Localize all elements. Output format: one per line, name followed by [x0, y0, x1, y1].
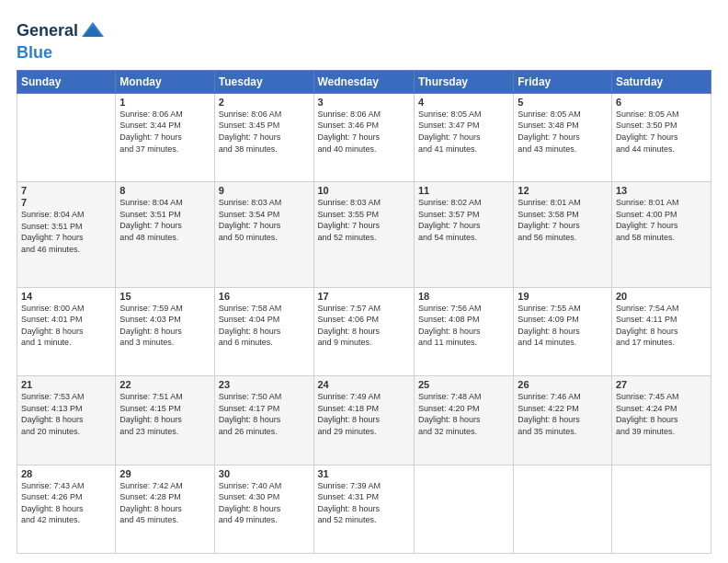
calendar-cell: 28Sunrise: 7:43 AM Sunset: 4:26 PM Dayli…	[17, 465, 116, 554]
day-number: 27	[616, 379, 707, 390]
logo: General Blue	[17, 18, 106, 63]
calendar-cell: 23Sunrise: 7:50 AM Sunset: 4:17 PM Dayli…	[214, 376, 313, 465]
day-number: 7	[21, 185, 111, 196]
day-info: Sunrise: 8:00 AM Sunset: 4:01 PM Dayligh…	[21, 303, 111, 349]
day-number: 17	[318, 291, 410, 302]
day-number: 24	[318, 379, 410, 390]
calendar-cell	[514, 465, 612, 554]
day-number: 16	[219, 291, 310, 302]
day-info: Sunrise: 7:49 AM Sunset: 4:18 PM Dayligh…	[318, 391, 410, 437]
day-number: 18	[418, 291, 509, 302]
calendar-header-saturday: Saturday	[611, 70, 711, 93]
day-number: 22	[119, 379, 210, 390]
header: General Blue	[17, 15, 711, 63]
logo-text-line2: Blue	[17, 44, 106, 63]
logo-text-line1: General	[17, 22, 78, 40]
day-number: 11	[418, 185, 509, 196]
day-info: Sunrise: 7:58 AM Sunset: 4:04 PM Dayligh…	[219, 303, 310, 349]
calendar-cell: 24Sunrise: 7:49 AM Sunset: 4:18 PM Dayli…	[313, 376, 414, 465]
calendar-header-sunday: Sunday	[17, 70, 116, 93]
calendar-cell: 30Sunrise: 7:40 AM Sunset: 4:30 PM Dayli…	[214, 465, 313, 554]
calendar-cell: 8Sunrise: 8:04 AM Sunset: 3:51 PM Daylig…	[116, 182, 214, 287]
calendar-cell: 21Sunrise: 7:53 AM Sunset: 4:13 PM Dayli…	[17, 376, 116, 465]
day-number: 30	[219, 468, 310, 479]
calendar-cell: 4Sunrise: 8:05 AM Sunset: 3:47 PM Daylig…	[414, 93, 513, 181]
calendar-header-wednesday: Wednesday	[313, 70, 414, 93]
day-info: Sunrise: 7:39 AM Sunset: 4:31 PM Dayligh…	[318, 480, 410, 526]
day-info: Sunrise: 8:02 AM Sunset: 3:57 PM Dayligh…	[418, 197, 509, 243]
day-info: Sunrise: 7:57 AM Sunset: 4:06 PM Dayligh…	[318, 303, 410, 349]
logo-icon	[80, 18, 106, 44]
calendar-header-thursday: Thursday	[414, 70, 513, 93]
calendar-cell: 10Sunrise: 8:03 AM Sunset: 3:55 PM Dayli…	[313, 182, 414, 287]
day-number: 21	[21, 379, 111, 390]
day-number: 6	[616, 97, 707, 108]
calendar-week-row: 77Sunrise: 8:04 AM Sunset: 3:51 PM Dayli…	[17, 182, 711, 287]
calendar-cell: 5Sunrise: 8:05 AM Sunset: 3:48 PM Daylig…	[514, 93, 612, 181]
day-number: 1	[119, 97, 210, 108]
day-number: 3	[318, 97, 410, 108]
calendar-cell: 25Sunrise: 7:48 AM Sunset: 4:20 PM Dayli…	[414, 376, 513, 465]
day-info: Sunrise: 8:03 AM Sunset: 3:54 PM Dayligh…	[219, 197, 310, 243]
day-info: Sunrise: 7:59 AM Sunset: 4:03 PM Dayligh…	[119, 303, 210, 349]
calendar-cell: 31Sunrise: 7:39 AM Sunset: 4:31 PM Dayli…	[313, 465, 414, 554]
calendar-week-row: 14Sunrise: 8:00 AM Sunset: 4:01 PM Dayli…	[17, 287, 711, 375]
calendar-cell	[17, 93, 116, 181]
day-info: Sunrise: 7:43 AM Sunset: 4:26 PM Dayligh…	[21, 480, 111, 526]
page: General Blue SundayMondayTuesdayWednesda…	[0, 0, 728, 563]
day-info: Sunrise: 8:03 AM Sunset: 3:55 PM Dayligh…	[318, 197, 410, 243]
calendar-cell	[414, 465, 513, 554]
day-number: 15	[119, 291, 210, 302]
day-number: 20	[616, 291, 707, 302]
day-number: 8	[119, 185, 210, 196]
day-number: 5	[518, 97, 608, 108]
day-info: Sunrise: 7:48 AM Sunset: 4:20 PM Dayligh…	[418, 391, 509, 437]
calendar-cell: 26Sunrise: 7:46 AM Sunset: 4:22 PM Dayli…	[514, 376, 612, 465]
calendar-cell: 19Sunrise: 7:55 AM Sunset: 4:09 PM Dayli…	[514, 287, 612, 375]
calendar-cell: 11Sunrise: 8:02 AM Sunset: 3:57 PM Dayli…	[414, 182, 513, 287]
day-info: Sunrise: 8:01 AM Sunset: 4:00 PM Dayligh…	[616, 197, 707, 243]
calendar-cell: 9Sunrise: 8:03 AM Sunset: 3:54 PM Daylig…	[214, 182, 313, 287]
day-number: 28	[21, 468, 111, 479]
calendar-cell: 12Sunrise: 8:01 AM Sunset: 3:58 PM Dayli…	[514, 182, 612, 287]
day-info: Sunrise: 8:04 AM Sunset: 3:51 PM Dayligh…	[119, 197, 210, 243]
day-info: Sunrise: 7:54 AM Sunset: 4:11 PM Dayligh…	[616, 303, 707, 349]
day-number: 19	[518, 291, 608, 302]
day-info: Sunrise: 7:45 AM Sunset: 4:24 PM Dayligh…	[616, 391, 707, 437]
calendar-week-row: 21Sunrise: 7:53 AM Sunset: 4:13 PM Dayli…	[17, 376, 711, 465]
calendar-cell	[611, 465, 711, 554]
calendar-cell: 27Sunrise: 7:45 AM Sunset: 4:24 PM Dayli…	[611, 376, 711, 465]
day-info: Sunrise: 7:51 AM Sunset: 4:15 PM Dayligh…	[119, 391, 210, 437]
calendar-cell: 1Sunrise: 8:06 AM Sunset: 3:44 PM Daylig…	[116, 93, 214, 181]
day-number: 31	[318, 468, 410, 479]
calendar-header-tuesday: Tuesday	[214, 70, 313, 93]
day-number: 25	[418, 379, 509, 390]
calendar-cell: 15Sunrise: 7:59 AM Sunset: 4:03 PM Dayli…	[116, 287, 214, 375]
day-info: Sunrise: 8:06 AM Sunset: 3:45 PM Dayligh…	[219, 109, 310, 155]
day-info: Sunrise: 7:53 AM Sunset: 4:13 PM Dayligh…	[21, 391, 111, 437]
day-info: Sunrise: 8:05 AM Sunset: 3:48 PM Dayligh…	[518, 109, 608, 155]
day-number: 10	[318, 185, 410, 196]
calendar-header-monday: Monday	[116, 70, 214, 93]
day-number: 7	[21, 197, 111, 208]
day-info: Sunrise: 8:04 AM Sunset: 3:51 PM Dayligh…	[21, 209, 111, 255]
day-number: 23	[219, 379, 310, 390]
day-info: Sunrise: 8:05 AM Sunset: 3:47 PM Dayligh…	[418, 109, 509, 155]
day-info: Sunrise: 8:05 AM Sunset: 3:50 PM Dayligh…	[616, 109, 707, 155]
calendar-cell: 2Sunrise: 8:06 AM Sunset: 3:45 PM Daylig…	[214, 93, 313, 181]
calendar-cell: 16Sunrise: 7:58 AM Sunset: 4:04 PM Dayli…	[214, 287, 313, 375]
day-info: Sunrise: 7:50 AM Sunset: 4:17 PM Dayligh…	[219, 391, 310, 437]
calendar-week-row: 28Sunrise: 7:43 AM Sunset: 4:26 PM Dayli…	[17, 465, 711, 554]
calendar-cell: 14Sunrise: 8:00 AM Sunset: 4:01 PM Dayli…	[17, 287, 116, 375]
day-info: Sunrise: 8:01 AM Sunset: 3:58 PM Dayligh…	[518, 197, 608, 243]
day-info: Sunrise: 7:55 AM Sunset: 4:09 PM Dayligh…	[518, 303, 608, 349]
day-info: Sunrise: 8:06 AM Sunset: 3:44 PM Dayligh…	[119, 109, 210, 155]
day-info: Sunrise: 7:40 AM Sunset: 4:30 PM Dayligh…	[219, 480, 310, 526]
day-number: 12	[518, 185, 608, 196]
calendar-cell: 13Sunrise: 8:01 AM Sunset: 4:00 PM Dayli…	[611, 182, 711, 287]
day-number: 26	[518, 379, 608, 390]
calendar-header-row: SundayMondayTuesdayWednesdayThursdayFrid…	[17, 70, 711, 93]
calendar-cell: 18Sunrise: 7:56 AM Sunset: 4:08 PM Dayli…	[414, 287, 513, 375]
day-info: Sunrise: 7:46 AM Sunset: 4:22 PM Dayligh…	[518, 391, 608, 437]
day-info: Sunrise: 7:42 AM Sunset: 4:28 PM Dayligh…	[119, 480, 210, 526]
